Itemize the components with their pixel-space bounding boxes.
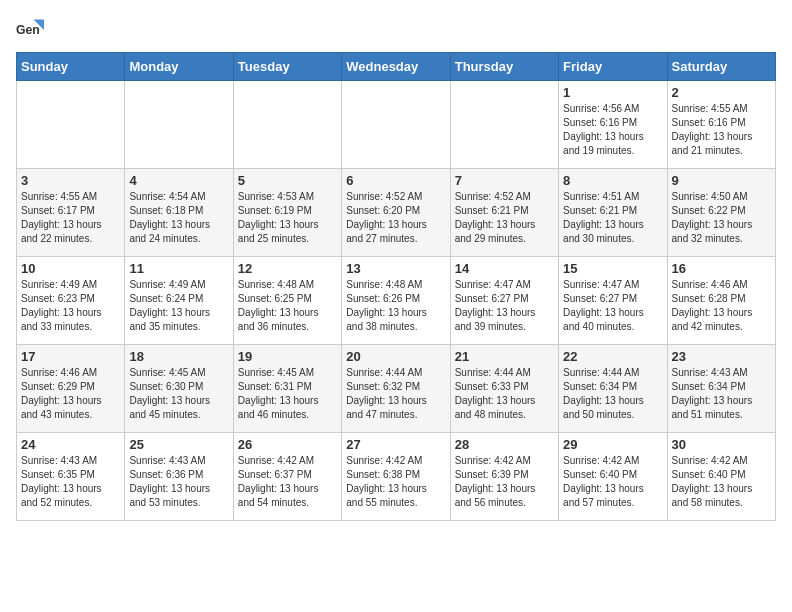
day-info: Sunrise: 4:43 AM Sunset: 6:36 PM Dayligh… xyxy=(129,454,228,510)
calendar-day-cell: 22Sunrise: 4:44 AM Sunset: 6:34 PM Dayli… xyxy=(559,345,667,433)
day-info: Sunrise: 4:53 AM Sunset: 6:19 PM Dayligh… xyxy=(238,190,337,246)
calendar-day-cell: 2Sunrise: 4:55 AM Sunset: 6:16 PM Daylig… xyxy=(667,81,775,169)
day-of-week-header: Monday xyxy=(125,53,233,81)
day-number: 3 xyxy=(21,173,120,188)
calendar-day-cell xyxy=(450,81,558,169)
calendar-day-cell: 28Sunrise: 4:42 AM Sunset: 6:39 PM Dayli… xyxy=(450,433,558,521)
calendar-day-cell: 26Sunrise: 4:42 AM Sunset: 6:37 PM Dayli… xyxy=(233,433,341,521)
day-of-week-header: Sunday xyxy=(17,53,125,81)
day-info: Sunrise: 4:49 AM Sunset: 6:23 PM Dayligh… xyxy=(21,278,120,334)
day-info: Sunrise: 4:54 AM Sunset: 6:18 PM Dayligh… xyxy=(129,190,228,246)
day-number: 23 xyxy=(672,349,771,364)
day-number: 4 xyxy=(129,173,228,188)
calendar-day-cell xyxy=(125,81,233,169)
day-number: 5 xyxy=(238,173,337,188)
calendar-day-cell: 11Sunrise: 4:49 AM Sunset: 6:24 PM Dayli… xyxy=(125,257,233,345)
calendar-day-cell: 6Sunrise: 4:52 AM Sunset: 6:20 PM Daylig… xyxy=(342,169,450,257)
day-number: 15 xyxy=(563,261,662,276)
logo-icon: Gen xyxy=(16,16,44,44)
day-info: Sunrise: 4:44 AM Sunset: 6:32 PM Dayligh… xyxy=(346,366,445,422)
day-of-week-header: Tuesday xyxy=(233,53,341,81)
calendar-day-cell: 4Sunrise: 4:54 AM Sunset: 6:18 PM Daylig… xyxy=(125,169,233,257)
calendar-day-cell: 15Sunrise: 4:47 AM Sunset: 6:27 PM Dayli… xyxy=(559,257,667,345)
day-info: Sunrise: 4:42 AM Sunset: 6:40 PM Dayligh… xyxy=(563,454,662,510)
calendar-table: SundayMondayTuesdayWednesdayThursdayFrid… xyxy=(16,52,776,521)
day-number: 8 xyxy=(563,173,662,188)
page-header: Gen xyxy=(16,16,776,44)
day-number: 19 xyxy=(238,349,337,364)
day-number: 30 xyxy=(672,437,771,452)
day-of-week-header: Saturday xyxy=(667,53,775,81)
calendar-day-cell: 17Sunrise: 4:46 AM Sunset: 6:29 PM Dayli… xyxy=(17,345,125,433)
day-number: 10 xyxy=(21,261,120,276)
calendar-week-row: 24Sunrise: 4:43 AM Sunset: 6:35 PM Dayli… xyxy=(17,433,776,521)
day-number: 6 xyxy=(346,173,445,188)
calendar-week-row: 3Sunrise: 4:55 AM Sunset: 6:17 PM Daylig… xyxy=(17,169,776,257)
calendar-day-cell: 10Sunrise: 4:49 AM Sunset: 6:23 PM Dayli… xyxy=(17,257,125,345)
day-info: Sunrise: 4:48 AM Sunset: 6:25 PM Dayligh… xyxy=(238,278,337,334)
day-of-week-header: Thursday xyxy=(450,53,558,81)
day-number: 25 xyxy=(129,437,228,452)
day-number: 18 xyxy=(129,349,228,364)
day-number: 11 xyxy=(129,261,228,276)
day-info: Sunrise: 4:55 AM Sunset: 6:16 PM Dayligh… xyxy=(672,102,771,158)
day-number: 28 xyxy=(455,437,554,452)
day-info: Sunrise: 4:52 AM Sunset: 6:20 PM Dayligh… xyxy=(346,190,445,246)
day-info: Sunrise: 4:46 AM Sunset: 6:28 PM Dayligh… xyxy=(672,278,771,334)
day-number: 21 xyxy=(455,349,554,364)
day-info: Sunrise: 4:44 AM Sunset: 6:33 PM Dayligh… xyxy=(455,366,554,422)
day-info: Sunrise: 4:42 AM Sunset: 6:38 PM Dayligh… xyxy=(346,454,445,510)
day-number: 26 xyxy=(238,437,337,452)
day-of-week-header: Friday xyxy=(559,53,667,81)
day-info: Sunrise: 4:45 AM Sunset: 6:30 PM Dayligh… xyxy=(129,366,228,422)
svg-text:Gen: Gen xyxy=(16,23,40,37)
day-info: Sunrise: 4:46 AM Sunset: 6:29 PM Dayligh… xyxy=(21,366,120,422)
calendar-week-row: 1Sunrise: 4:56 AM Sunset: 6:16 PM Daylig… xyxy=(17,81,776,169)
calendar-day-cell: 9Sunrise: 4:50 AM Sunset: 6:22 PM Daylig… xyxy=(667,169,775,257)
day-info: Sunrise: 4:45 AM Sunset: 6:31 PM Dayligh… xyxy=(238,366,337,422)
calendar-day-cell: 23Sunrise: 4:43 AM Sunset: 6:34 PM Dayli… xyxy=(667,345,775,433)
calendar-header-row: SundayMondayTuesdayWednesdayThursdayFrid… xyxy=(17,53,776,81)
day-number: 13 xyxy=(346,261,445,276)
calendar-day-cell: 18Sunrise: 4:45 AM Sunset: 6:30 PM Dayli… xyxy=(125,345,233,433)
day-number: 9 xyxy=(672,173,771,188)
day-info: Sunrise: 4:43 AM Sunset: 6:35 PM Dayligh… xyxy=(21,454,120,510)
day-info: Sunrise: 4:47 AM Sunset: 6:27 PM Dayligh… xyxy=(563,278,662,334)
day-number: 20 xyxy=(346,349,445,364)
calendar-day-cell xyxy=(17,81,125,169)
day-info: Sunrise: 4:55 AM Sunset: 6:17 PM Dayligh… xyxy=(21,190,120,246)
calendar-day-cell: 1Sunrise: 4:56 AM Sunset: 6:16 PM Daylig… xyxy=(559,81,667,169)
calendar-day-cell: 19Sunrise: 4:45 AM Sunset: 6:31 PM Dayli… xyxy=(233,345,341,433)
day-info: Sunrise: 4:42 AM Sunset: 6:39 PM Dayligh… xyxy=(455,454,554,510)
calendar-day-cell xyxy=(233,81,341,169)
day-number: 14 xyxy=(455,261,554,276)
day-info: Sunrise: 4:52 AM Sunset: 6:21 PM Dayligh… xyxy=(455,190,554,246)
day-info: Sunrise: 4:44 AM Sunset: 6:34 PM Dayligh… xyxy=(563,366,662,422)
calendar-day-cell xyxy=(342,81,450,169)
calendar-week-row: 17Sunrise: 4:46 AM Sunset: 6:29 PM Dayli… xyxy=(17,345,776,433)
calendar-day-cell: 20Sunrise: 4:44 AM Sunset: 6:32 PM Dayli… xyxy=(342,345,450,433)
day-info: Sunrise: 4:42 AM Sunset: 6:37 PM Dayligh… xyxy=(238,454,337,510)
day-info: Sunrise: 4:43 AM Sunset: 6:34 PM Dayligh… xyxy=(672,366,771,422)
calendar-day-cell: 13Sunrise: 4:48 AM Sunset: 6:26 PM Dayli… xyxy=(342,257,450,345)
day-number: 7 xyxy=(455,173,554,188)
calendar-day-cell: 14Sunrise: 4:47 AM Sunset: 6:27 PM Dayli… xyxy=(450,257,558,345)
calendar-day-cell: 5Sunrise: 4:53 AM Sunset: 6:19 PM Daylig… xyxy=(233,169,341,257)
day-number: 24 xyxy=(21,437,120,452)
day-info: Sunrise: 4:56 AM Sunset: 6:16 PM Dayligh… xyxy=(563,102,662,158)
calendar-day-cell: 8Sunrise: 4:51 AM Sunset: 6:21 PM Daylig… xyxy=(559,169,667,257)
day-number: 29 xyxy=(563,437,662,452)
day-info: Sunrise: 4:42 AM Sunset: 6:40 PM Dayligh… xyxy=(672,454,771,510)
calendar-day-cell: 25Sunrise: 4:43 AM Sunset: 6:36 PM Dayli… xyxy=(125,433,233,521)
calendar-day-cell: 21Sunrise: 4:44 AM Sunset: 6:33 PM Dayli… xyxy=(450,345,558,433)
calendar-day-cell: 7Sunrise: 4:52 AM Sunset: 6:21 PM Daylig… xyxy=(450,169,558,257)
calendar-day-cell: 12Sunrise: 4:48 AM Sunset: 6:25 PM Dayli… xyxy=(233,257,341,345)
day-number: 27 xyxy=(346,437,445,452)
calendar-day-cell: 30Sunrise: 4:42 AM Sunset: 6:40 PM Dayli… xyxy=(667,433,775,521)
day-info: Sunrise: 4:49 AM Sunset: 6:24 PM Dayligh… xyxy=(129,278,228,334)
day-number: 12 xyxy=(238,261,337,276)
day-of-week-header: Wednesday xyxy=(342,53,450,81)
calendar-day-cell: 16Sunrise: 4:46 AM Sunset: 6:28 PM Dayli… xyxy=(667,257,775,345)
day-number: 1 xyxy=(563,85,662,100)
day-info: Sunrise: 4:47 AM Sunset: 6:27 PM Dayligh… xyxy=(455,278,554,334)
